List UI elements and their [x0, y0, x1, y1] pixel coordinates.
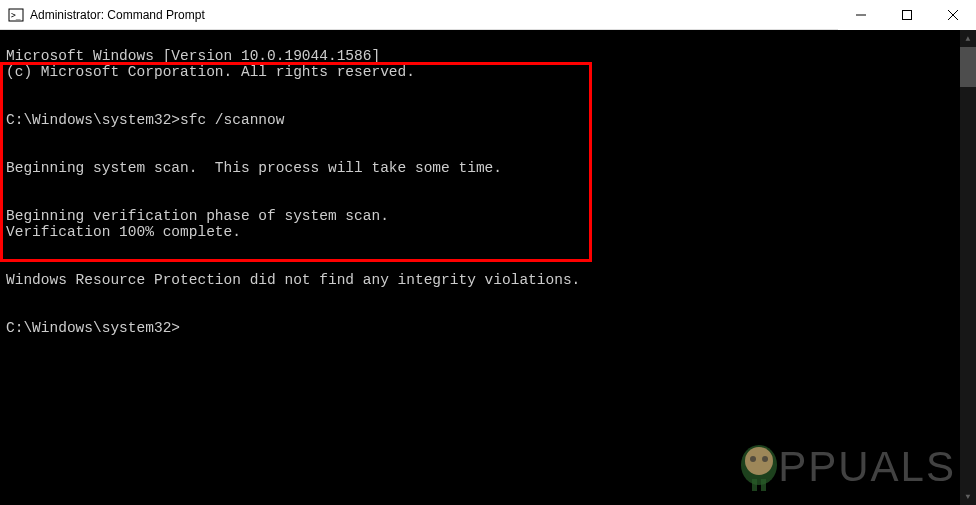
window-titlebar: >_ Administrator: Command Prompt — [0, 0, 976, 30]
output-line: Windows Resource Protection did not find… — [6, 272, 580, 288]
titlebar-left: >_ Administrator: Command Prompt — [8, 7, 205, 23]
prompt-path: C:\Windows\system32> — [6, 112, 180, 128]
scroll-thumb[interactable] — [960, 47, 976, 87]
scroll-up-button[interactable]: ▲ — [960, 30, 976, 47]
prompt-line-2: C:\Windows\system32> — [6, 320, 180, 336]
output-line: Beginning verification phase of system s… — [6, 208, 389, 224]
command-text: sfc /scannow — [180, 112, 284, 128]
minimize-button[interactable] — [838, 0, 884, 30]
vertical-scrollbar[interactable]: ▲ ▼ — [960, 30, 976, 505]
terminal-area[interactable]: Microsoft Windows [Version 10.0.19044.15… — [0, 30, 976, 505]
output-line: Verification 100% complete. — [6, 224, 241, 240]
output-line: Beginning system scan. This process will… — [6, 160, 502, 176]
copyright-line: (c) Microsoft Corporation. All rights re… — [6, 64, 415, 80]
window-controls — [838, 0, 976, 29]
maximize-button[interactable] — [884, 0, 930, 30]
cmd-icon: >_ — [8, 7, 24, 23]
close-button[interactable] — [930, 0, 976, 30]
version-line: Microsoft Windows [Version 10.0.19044.15… — [6, 48, 380, 64]
window-title: Administrator: Command Prompt — [30, 8, 205, 22]
prompt-line-1: C:\Windows\system32>sfc /scannow — [6, 112, 284, 128]
svg-text:>_: >_ — [11, 11, 21, 20]
svg-rect-3 — [903, 11, 912, 20]
scroll-down-button[interactable]: ▼ — [960, 488, 976, 505]
